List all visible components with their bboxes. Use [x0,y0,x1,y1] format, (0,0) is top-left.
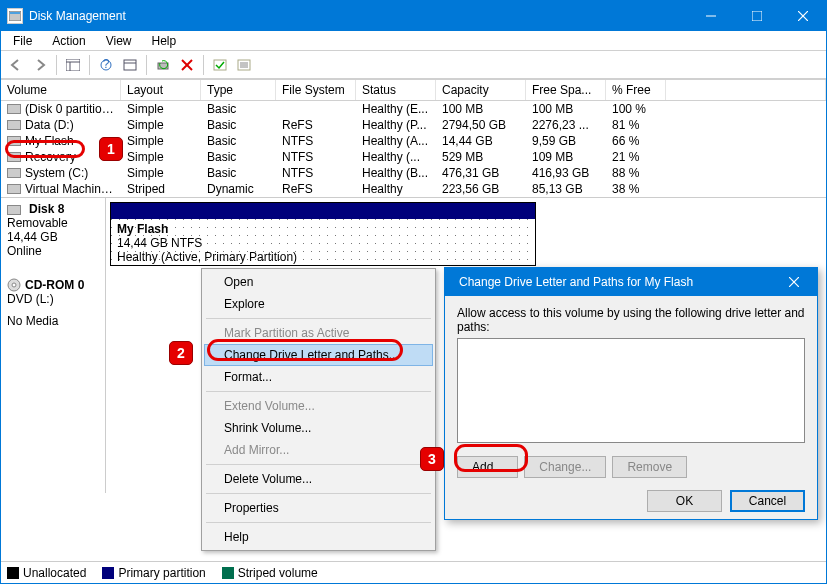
ctx-explore[interactable]: Explore [204,293,433,315]
close-button[interactable] [780,1,826,31]
col-free[interactable]: Free Spa... [526,80,606,100]
partition-my-flash[interactable]: My Flash 14,44 GB NTFS Healthy (Active, … [110,202,536,266]
disk-type: Removable [7,216,99,230]
ctx-properties[interactable]: Properties [204,497,433,519]
dialog-text: Allow access to this volume by using the… [457,306,805,334]
volume-list: Volume Layout Type File System Status Ca… [1,79,826,198]
drive-icon [7,104,21,114]
menu-help[interactable]: Help [144,33,185,49]
volume-list-header[interactable]: Volume Layout Type File System Status Ca… [1,79,826,101]
part-name: My Flash [117,222,529,236]
col-pct[interactable]: % Free [606,80,666,100]
legend-striped: Striped volume [238,566,318,580]
toolbar-list-button[interactable] [233,54,255,76]
menu-bar: File Action View Help [1,31,826,51]
part-line2: 14,44 GB NTFS [117,236,529,250]
context-menu: Open Explore Mark Partition as Active Ch… [201,268,436,551]
annotation-marker-3: 3 [420,447,444,471]
disk-8-entry[interactable]: Disk 8 Removable 14,44 GB Online [7,202,99,258]
disk-size: 14,44 GB [7,230,99,244]
volume-row[interactable]: System (C:)SimpleBasicNTFSHealthy (B...4… [1,165,826,181]
volume-row[interactable]: Data (D:)SimpleBasicReFSHealthy (P...279… [1,117,826,133]
col-status[interactable]: Status [356,80,436,100]
drive-icon [7,120,21,130]
svg-rect-1 [10,12,20,14]
drive-icon [7,168,21,178]
toolbar-help-button[interactable]: ? [95,54,117,76]
volume-row[interactable]: RecoverySimpleBasicNTFSHealthy (...529 M… [1,149,826,165]
svg-point-22 [12,283,16,287]
ctx-open[interactable]: Open [204,271,433,293]
menu-file[interactable]: File [5,33,40,49]
menu-view[interactable]: View [98,33,140,49]
toolbar-back-button[interactable] [5,54,27,76]
paths-listbox[interactable] [457,338,805,443]
ctx-help[interactable]: Help [204,526,433,548]
annotation-marker-2: 2 [169,341,193,365]
dialog-cancel-button[interactable]: Cancel [730,490,805,512]
volume-row[interactable]: Virtual Machines (...StripedDynamicReFSH… [1,181,826,197]
ctx-extend: Extend Volume... [204,395,433,417]
annotation-ring-1 [5,140,85,158]
volume-row[interactable]: (Disk 0 partition 2)SimpleBasicHealthy (… [1,101,826,117]
ctx-mirror: Add Mirror... [204,439,433,461]
svg-rect-16 [214,60,226,70]
menu-action[interactable]: Action [44,33,93,49]
col-volume[interactable]: Volume [1,80,121,100]
part-line3: Healthy (Active, Primary Partition) [117,250,529,264]
partition-header-bar [111,203,535,219]
ctx-shrink[interactable]: Shrink Volume... [204,417,433,439]
minimize-button[interactable] [688,1,734,31]
svg-rect-3 [752,11,762,21]
window-title: Disk Management [29,9,688,23]
toolbar-view-button[interactable] [62,54,84,76]
maximize-button[interactable] [734,1,780,31]
app-icon [7,8,23,24]
cdrom-label: CD-ROM 0 [25,278,84,292]
disc-icon [7,278,21,292]
drive-icon [7,184,21,194]
toolbar-settings-button[interactable] [119,54,141,76]
cdrom-entry[interactable]: CD-ROM 0 DVD (L:) No Media [7,278,99,328]
col-type[interactable]: Type [201,80,276,100]
dialog-change-button: Change... [524,456,606,478]
toolbar-delete-button[interactable] [176,54,198,76]
svg-rect-6 [66,59,80,71]
annotation-marker-1: 1 [99,137,123,161]
volume-row[interactable]: My FlashSimpleBasicNTFSHealthy (A...14,4… [1,133,826,149]
cdrom-state: No Media [7,314,99,328]
dialog-ok-button[interactable]: OK [647,490,722,512]
annotation-ring-3 [454,444,528,472]
svg-rect-11 [124,60,136,70]
dialog-title: Change Drive Letter and Paths for My Fla… [451,275,771,289]
col-filesystem[interactable]: File System [276,80,356,100]
ctx-delete[interactable]: Delete Volume... [204,468,433,490]
toolbar-check-button[interactable] [209,54,231,76]
disk-state: Online [7,244,99,258]
annotation-ring-2 [207,339,403,361]
ctx-format[interactable]: Format... [204,366,433,388]
col-layout[interactable]: Layout [121,80,201,100]
toolbar: ? [1,51,826,79]
cdrom-type: DVD (L:) [7,292,99,306]
legend-unalloc: Unallocated [23,566,86,580]
legend: Unallocated Primary partition Striped vo… [1,561,826,583]
legend-primary: Primary partition [118,566,205,580]
toolbar-refresh-button[interactable] [152,54,174,76]
change-paths-dialog: Change Drive Letter and Paths for My Fla… [444,267,818,520]
col-capacity[interactable]: Capacity [436,80,526,100]
toolbar-forward-button[interactable] [29,54,51,76]
svg-text:?: ? [103,59,110,71]
dialog-remove-button: Remove [612,456,687,478]
dialog-close-button[interactable] [771,267,817,297]
disk-list-pane: Disk 8 Removable 14,44 GB Online CD-ROM … [1,198,106,493]
disk-label: Disk 8 [29,202,64,216]
title-bar[interactable]: Disk Management [1,1,826,31]
